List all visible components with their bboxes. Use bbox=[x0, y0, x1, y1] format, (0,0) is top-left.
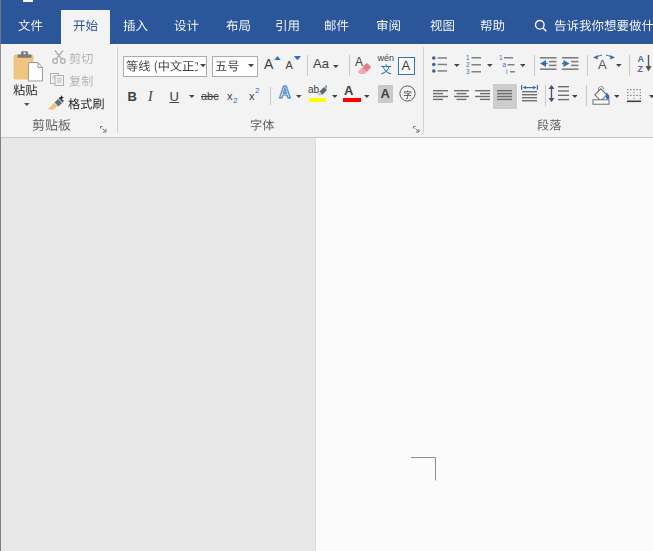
svg-text:i: i bbox=[506, 68, 507, 75]
svg-text:2: 2 bbox=[466, 61, 470, 68]
svg-text:3: 3 bbox=[466, 68, 470, 75]
svg-text:a: a bbox=[503, 61, 507, 68]
